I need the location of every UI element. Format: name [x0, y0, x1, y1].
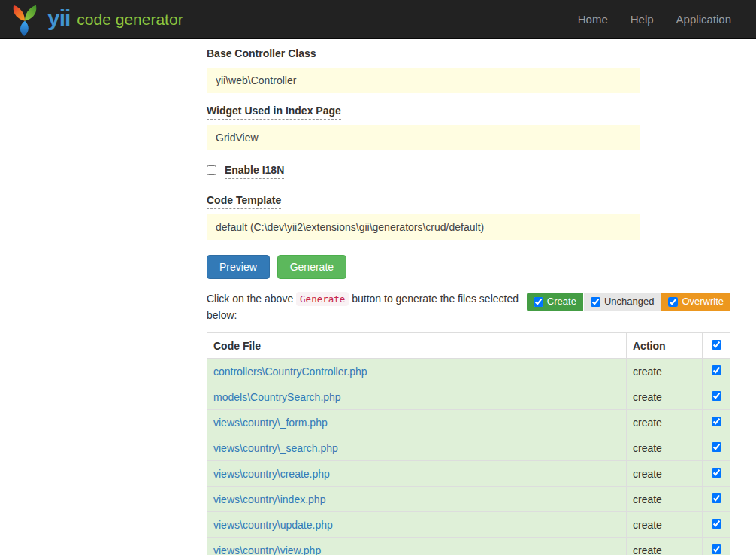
field-code-template: Code Template: [207, 194, 730, 240]
action-cell: create: [627, 512, 703, 538]
base-controller-class-label[interactable]: Base Controller Class: [207, 47, 316, 62]
action-cell: create: [627, 487, 703, 512]
filter-create-checkbox[interactable]: [534, 297, 543, 307]
generate-instruction: Click on the above Generate button to ge…: [207, 291, 527, 323]
table-row: controllers\CountryController.php create: [207, 359, 730, 384]
field-enable-i18n: Enable I18N: [207, 164, 730, 176]
enable-i18n-checkbox[interactable]: [207, 165, 216, 175]
code-template-label[interactable]: Code Template: [207, 194, 281, 209]
file-link[interactable]: views\country\view.php: [213, 544, 321, 555]
brand-title: yii: [47, 7, 70, 29]
base-controller-class-input[interactable]: [207, 68, 640, 93]
filter-create-label: Create: [547, 296, 576, 308]
row-checkbox[interactable]: [712, 365, 721, 375]
row-checkbox[interactable]: [712, 391, 721, 401]
brand-link[interactable]: yii code generator: [9, 2, 183, 37]
header-code-file: Code File: [207, 333, 627, 359]
filter-overwrite[interactable]: Overwrite: [661, 293, 730, 311]
action-cell: create: [627, 410, 703, 435]
action-cell: create: [627, 384, 703, 410]
enable-i18n-label[interactable]: Enable I18N: [225, 164, 284, 179]
row-checkbox[interactable]: [712, 442, 721, 452]
file-link[interactable]: models\CountrySearch.php: [213, 391, 341, 403]
generate-button[interactable]: Generate: [277, 255, 346, 279]
index-widget-type-label[interactable]: Widget Used in Index Page: [207, 105, 341, 120]
code-template-input[interactable]: [207, 214, 640, 240]
nav-links: Home Help Application: [567, 13, 742, 26]
row-checkbox[interactable]: [712, 417, 721, 426]
form-buttons: Preview Generate: [207, 255, 730, 279]
navbar: yii code generator Home Help Application: [0, 0, 756, 39]
filter-overwrite-checkbox[interactable]: [668, 297, 678, 307]
table-row: views\country\create.php create: [207, 461, 730, 487]
file-link[interactable]: views\country\create.php: [213, 468, 330, 480]
row-checkbox[interactable]: [712, 493, 721, 503]
file-filters: Create Unchanged Overwrite: [527, 293, 730, 311]
brand-subtitle: code generator: [77, 11, 183, 27]
preview-button[interactable]: Preview: [207, 255, 270, 279]
check-all-checkbox[interactable]: [712, 340, 721, 350]
action-cell: create: [627, 461, 703, 487]
index-widget-type-input[interactable]: [207, 125, 640, 150]
header-check-cell: [703, 333, 730, 359]
action-cell: create: [627, 359, 703, 384]
field-index-widget-type: Widget Used in Index Page: [207, 105, 730, 150]
table-row: views\country\view.php create: [207, 538, 730, 555]
table-row: views\country\index.php create: [207, 487, 730, 512]
filter-overwrite-label: Overwrite: [682, 296, 724, 308]
table-row: views\country\_search.php create: [207, 435, 730, 461]
filter-unchanged[interactable]: Unchanged: [584, 293, 661, 311]
file-link[interactable]: controllers\CountryController.php: [213, 365, 367, 378]
results-header: Click on the above Generate button to ge…: [207, 291, 730, 323]
table-row: models\CountrySearch.php create: [207, 384, 730, 410]
generator-form: Base Controller Class Widget Used in Ind…: [207, 47, 730, 555]
file-link[interactable]: views\country\_form.php: [213, 417, 328, 429]
file-link[interactable]: views\country\index.php: [213, 493, 325, 505]
action-cell: create: [627, 435, 703, 461]
row-checkbox[interactable]: [712, 468, 721, 478]
generate-code-label: Generate: [296, 292, 349, 306]
table-row: views\country\update.php create: [207, 512, 730, 538]
field-base-controller-class: Base Controller Class: [207, 47, 730, 93]
filter-create[interactable]: Create: [527, 293, 583, 311]
nav-link-help[interactable]: Help: [619, 13, 665, 26]
nav-link-application[interactable]: Application: [665, 13, 742, 26]
row-checkbox[interactable]: [712, 519, 721, 529]
file-link[interactable]: views\country\update.php: [213, 519, 333, 531]
header-action: Action: [627, 333, 703, 359]
row-checkbox[interactable]: [712, 544, 721, 554]
table-header-row: Code File Action: [207, 333, 730, 359]
action-cell: create: [627, 538, 703, 555]
code-files-table: Code File Action controllers\CountryCont…: [207, 332, 730, 555]
nav-link-home[interactable]: Home: [567, 13, 619, 26]
filter-unchanged-label: Unchanged: [604, 296, 655, 308]
filter-unchanged-checkbox[interactable]: [591, 297, 600, 307]
file-link[interactable]: views\country\_search.php: [213, 442, 338, 454]
instruction-prefix: Click on the above: [207, 293, 293, 305]
yii-logo-icon: [9, 2, 41, 37]
table-row: views\country\_form.php create: [207, 410, 730, 435]
